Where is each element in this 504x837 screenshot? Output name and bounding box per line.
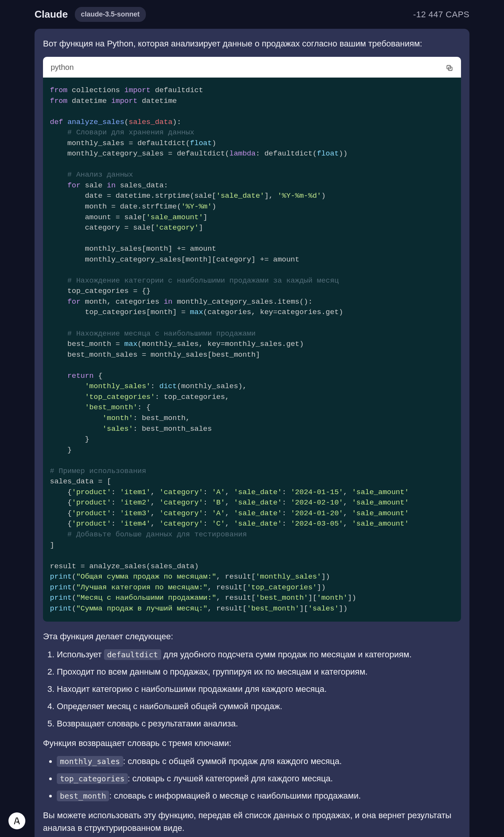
header: Claude claude-3.5-sonnet -12 447 CAPS bbox=[35, 0, 469, 29]
key-item: monthly_sales: словарь с общей суммой пр… bbox=[57, 755, 461, 768]
step-item: Проходит по всем данным о продажах, груп… bbox=[57, 665, 461, 678]
inline-code: top_categories bbox=[57, 773, 128, 784]
description-heading: Эта функция делает следующее: bbox=[43, 630, 461, 643]
message-card: Вот функция на Python, которая анализиру… bbox=[35, 29, 469, 837]
outro-text: Вы можете использовать эту функцию, пере… bbox=[43, 809, 461, 834]
anthropic-logo[interactable] bbox=[8, 812, 25, 829]
intro-text: Вот функция на Python, которая анализиру… bbox=[43, 37, 461, 50]
code-block: python from collections import defaultdi… bbox=[43, 57, 461, 622]
steps-list: Использует defaultdict для удобного подс… bbox=[43, 648, 461, 730]
inline-code: monthly_sales bbox=[57, 756, 123, 767]
key-item: top_categories: словарь с лучшей категор… bbox=[57, 772, 461, 785]
keys-list: monthly_sales: словарь с общей суммой пр… bbox=[43, 755, 461, 802]
inline-code: defaultdict bbox=[104, 649, 161, 660]
step-item: Использует defaultdict для удобного подс… bbox=[57, 648, 461, 661]
inline-code: best_month bbox=[57, 791, 109, 801]
step-item: Находит категорию с наибольшими продажам… bbox=[57, 683, 461, 695]
code-language-label: python bbox=[51, 61, 74, 73]
model-badge[interactable]: claude-3.5-sonnet bbox=[75, 7, 146, 22]
assistant-title: Claude bbox=[35, 7, 68, 22]
copy-icon[interactable] bbox=[446, 63, 453, 71]
code-body: from collections import defaultdict from… bbox=[43, 78, 461, 622]
step-item: Определяет месяц с наибольшей общей сумм… bbox=[57, 700, 461, 713]
code-header: python bbox=[43, 57, 461, 78]
code-content: from collections import defaultdict from… bbox=[50, 85, 454, 614]
caps-counter: -12 447 CAPS bbox=[413, 8, 469, 21]
key-item: best_month: словарь с информацией о меся… bbox=[57, 789, 461, 802]
step-item: Возвращает словарь с результатами анализ… bbox=[57, 717, 461, 730]
returns-heading: Функция возвращает словарь с тремя ключа… bbox=[43, 737, 461, 749]
